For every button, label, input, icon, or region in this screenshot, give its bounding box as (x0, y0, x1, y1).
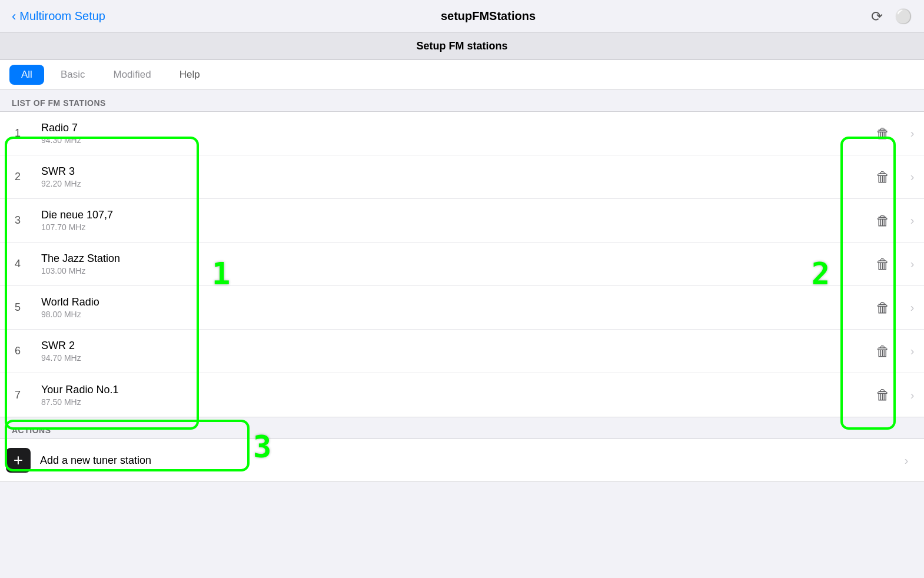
nav-actions: ⟳ ⚪ (871, 8, 912, 25)
tab-modified[interactable]: Modified (101, 65, 162, 85)
station-number: 6 (0, 345, 35, 357)
trash-icon: 🗑 (876, 125, 890, 142)
chevron-right-icon[interactable]: › (900, 257, 924, 271)
table-row: 7 Your Radio No.1 87.50 MHz 🗑 › (0, 373, 924, 417)
station-freq: 103.00 MHz (41, 266, 450, 275)
trash-icon: 🗑 (876, 256, 890, 273)
station-freq: 94.30 MHz (41, 135, 450, 145)
nav-bar: ‹ Multiroom Setup setupFMStations ⟳ ⚪ (0, 0, 924, 33)
station-info: World Radio 98.00 MHz (35, 296, 456, 319)
trash-icon: 🗑 (876, 169, 890, 185)
station-number: 7 (0, 389, 35, 401)
station-number: 2 (0, 171, 35, 183)
chevron-right-icon[interactable]: › (900, 388, 924, 402)
station-info: SWR 2 94.70 MHz (35, 340, 456, 363)
station-name: World Radio (41, 296, 450, 308)
list-section-header: LIST OF FM STATIONS (0, 90, 924, 111)
back-button[interactable]: ‹ Multiroom Setup (12, 9, 105, 24)
chevron-right-icon[interactable]: › (900, 170, 924, 184)
station-name: SWR 2 (41, 340, 450, 352)
station-name: Radio 7 (41, 122, 450, 134)
actions-section-header: ACTIONS (0, 417, 924, 439)
station-number: 1 (0, 127, 35, 139)
chevron-left-icon: ‹ (12, 9, 16, 24)
station-freq: 98.00 MHz (41, 310, 450, 319)
delete-station-2-button[interactable]: 🗑 (865, 169, 900, 185)
station-info: Your Radio No.1 87.50 MHz (35, 384, 456, 407)
section-title: Setup FM stations (0, 33, 924, 60)
trash-icon: 🗑 (876, 300, 890, 316)
chevron-right-icon[interactable]: › (900, 344, 924, 358)
station-info: SWR 3 92.20 MHz (35, 165, 456, 188)
refresh-icon[interactable]: ⟳ (871, 8, 883, 25)
station-number: 4 (0, 258, 35, 270)
tab-bar: All Basic Modified Help (0, 60, 924, 90)
station-name: Die neue 107,7 (41, 209, 450, 221)
station-name: SWR 3 (41, 165, 450, 178)
station-number: 3 (0, 214, 35, 227)
page-title: setupFMStations (105, 9, 871, 23)
back-label: Multiroom Setup (19, 9, 105, 23)
table-row: 3 Die neue 107,7 107.70 MHz 🗑 › (0, 199, 924, 243)
table-row: 1 Radio 7 94.30 MHz 🗑 › (0, 112, 924, 155)
station-freq: 94.70 MHz (41, 353, 450, 363)
tab-basic[interactable]: Basic (49, 65, 97, 85)
station-name: The Jazz Station (41, 253, 450, 265)
chevron-right-icon[interactable]: › (900, 127, 924, 140)
table-row: 6 SWR 2 94.70 MHz 🗑 › (0, 330, 924, 373)
station-freq: 87.50 MHz (41, 397, 450, 407)
station-list: 1 Radio 7 94.30 MHz 🗑 › 2 SWR 3 92.20 MH… (0, 111, 924, 417)
station-freq: 107.70 MHz (41, 222, 450, 232)
delete-station-6-button[interactable]: 🗑 (865, 343, 900, 360)
delete-station-1-button[interactable]: 🗑 (865, 125, 900, 142)
add-station-label: Add a new tuner station (40, 454, 895, 467)
plus-icon: + (14, 452, 23, 469)
station-freq: 92.20 MHz (41, 179, 450, 188)
trash-icon: 🗑 (876, 387, 890, 403)
station-info: The Jazz Station 103.00 MHz (35, 253, 456, 275)
delete-station-5-button[interactable]: 🗑 (865, 300, 900, 316)
add-station-chevron-icon[interactable]: › (895, 454, 918, 467)
station-number: 5 (0, 301, 35, 314)
tab-help[interactable]: Help (168, 65, 212, 85)
table-row: 5 World Radio 98.00 MHz 🗑 › (0, 286, 924, 330)
trash-icon: 🗑 (876, 343, 890, 360)
tab-all[interactable]: All (9, 65, 44, 85)
globe-icon[interactable]: ⚪ (895, 8, 912, 25)
chevron-right-icon[interactable]: › (900, 214, 924, 227)
delete-station-4-button[interactable]: 🗑 (865, 256, 900, 273)
trash-icon: 🗑 (876, 212, 890, 229)
delete-station-3-button[interactable]: 🗑 (865, 212, 900, 229)
table-row: 4 The Jazz Station 103.00 MHz 🗑 › (0, 243, 924, 286)
delete-station-7-button[interactable]: 🗑 (865, 387, 900, 403)
add-station-row[interactable]: + Add a new tuner station › (0, 439, 924, 482)
station-name: Your Radio No.1 (41, 384, 450, 396)
add-icon-box: + (6, 448, 31, 473)
station-info: Die neue 107,7 107.70 MHz (35, 209, 456, 232)
chevron-right-icon[interactable]: › (900, 301, 924, 314)
station-info: Radio 7 94.30 MHz (35, 122, 456, 145)
table-row: 2 SWR 3 92.20 MHz 🗑 › (0, 155, 924, 199)
